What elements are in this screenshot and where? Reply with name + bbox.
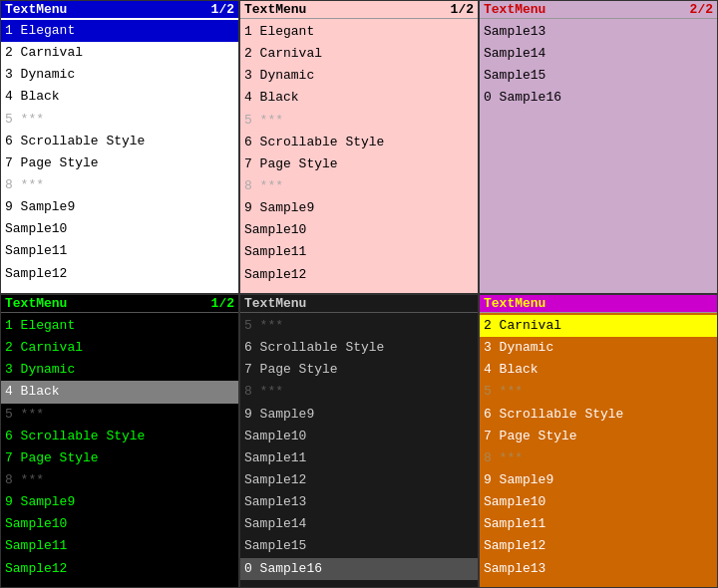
menu-item[interactable]: 2 Carnival [240, 43, 478, 65]
menu-item[interactable]: Sample12 [480, 535, 717, 557]
menu-item[interactable]: Sample11 [1, 535, 238, 557]
menu-item[interactable]: 7 Page Style [1, 152, 238, 174]
menu-item[interactable]: 4 Black [1, 381, 238, 403]
menu-item[interactable]: 9 Sample9 [240, 404, 478, 426]
menu-item[interactable]: Sample10 [1, 218, 238, 240]
menu-item[interactable]: Sample12 [240, 264, 478, 286]
menu-item[interactable]: 5 *** [240, 315, 478, 337]
menu-item[interactable]: Sample14 [480, 43, 717, 65]
menu-item[interactable]: Sample15 [480, 65, 717, 87]
menu-item[interactable]: 4 Black [480, 359, 717, 381]
panel-p3-header: TextMenu2/2 [480, 1, 717, 19]
menu-item[interactable]: 5 *** [240, 110, 478, 132]
panel-p3-body: Sample13 Sample14 Sample150 Sample16 [480, 19, 717, 293]
panel-p4-title: TextMenu [5, 296, 67, 311]
panel-p5-title: TextMenu [244, 296, 306, 311]
menu-item[interactable]: 5 *** [480, 381, 717, 403]
menu-item[interactable]: Sample13 [480, 558, 717, 580]
panel-p1-page: 1/2 [211, 2, 234, 17]
panel-p5-header: TextMenu [240, 295, 478, 313]
panel-p3: TextMenu2/2 Sample13 Sample14 Sample150 … [479, 0, 718, 294]
panel-p4-page: 1/2 [211, 296, 234, 311]
menu-item[interactable]: Sample14 [240, 513, 478, 535]
menu-item[interactable]: 1 Elegant [1, 20, 238, 42]
panel-p4-body: 1 Elegant2 Carnival3 Dynamic4 Black5 ***… [1, 313, 238, 587]
menu-item[interactable]: 5 *** [1, 109, 238, 131]
panel-p5: TextMenu5 ***6 Scrollable Style7 Page St… [239, 294, 479, 588]
menu-item[interactable]: Sample11 [240, 447, 478, 469]
menu-item[interactable]: 9 Sample9 [480, 469, 717, 491]
menu-item[interactable]: 9 Sample9 [1, 196, 238, 218]
menu-item[interactable]: 9 Sample9 [1, 491, 238, 513]
menu-item[interactable]: Sample11 [1, 240, 238, 262]
panel-p4-header: TextMenu1/2 [1, 295, 238, 313]
menu-item[interactable]: 8 *** [240, 381, 478, 403]
menu-item[interactable]: Sample10 [1, 513, 238, 535]
panel-p2-header: TextMenu1/2 [240, 1, 478, 19]
panel-p2: TextMenu1/21 Elegant2 Carnival3 Dynamic4… [239, 0, 479, 294]
menu-item[interactable]: Sample11 [240, 241, 478, 263]
menu-item[interactable]: Sample12 [1, 558, 238, 580]
menu-item[interactable]: 1 Elegant [1, 315, 238, 337]
panel-p1-header: TextMenu1/2 [1, 1, 238, 18]
menu-item[interactable]: Sample12 [240, 469, 478, 491]
panel-p6-body: 2 Carnival3 Dynamic4 Black5 ***6 Scrolla… [480, 313, 717, 587]
panel-p4: TextMenu1/21 Elegant2 Carnival3 Dynamic4… [0, 294, 239, 588]
menu-item[interactable]: 1 Elegant [240, 21, 478, 43]
menu-item[interactable]: 7 Page Style [1, 447, 238, 469]
panel-p6-header: TextMenu [480, 295, 717, 313]
menu-item[interactable]: 6 Scrollable Style [240, 337, 478, 359]
panel-p2-title: TextMenu [244, 2, 306, 17]
menu-item[interactable]: 9 Sample9 [240, 197, 478, 219]
panel-p2-body: 1 Elegant2 Carnival3 Dynamic4 Black5 ***… [240, 19, 478, 293]
menu-item[interactable]: Sample12 [1, 263, 238, 285]
menu-item[interactable]: 3 Dynamic [240, 65, 478, 87]
menu-item[interactable]: 4 Black [240, 87, 478, 109]
panel-p1-title: TextMenu [5, 2, 67, 17]
panel-p2-page: 1/2 [451, 2, 474, 17]
menu-item[interactable]: 8 *** [240, 175, 478, 197]
panel-p5-body: 5 ***6 Scrollable Style7 Page Style8 ***… [240, 313, 478, 587]
menu-item[interactable]: Sample13 [240, 491, 478, 513]
menu-item[interactable]: 5 *** [1, 404, 238, 426]
menu-item[interactable]: Sample10 [240, 426, 478, 447]
menu-item[interactable]: Sample10 [480, 491, 717, 513]
menu-item[interactable]: 8 *** [1, 469, 238, 491]
menu-item[interactable]: 3 Dynamic [1, 359, 238, 381]
panel-p3-title: TextMenu [484, 2, 545, 17]
menu-item[interactable]: 0 Sample16 [480, 87, 717, 109]
menu-item[interactable]: 6 Scrollable Style [1, 131, 238, 152]
menu-item[interactable]: 4 Black [1, 86, 238, 108]
panel-p1: TextMenu1/21 Elegant2 Carnival3 Dynamic4… [0, 0, 239, 294]
menu-item[interactable]: 6 Scrollable Style [1, 426, 238, 447]
menu-item[interactable]: 3 Dynamic [1, 64, 238, 86]
menu-item[interactable]: 3 Dynamic [480, 337, 717, 359]
menu-item[interactable]: 8 *** [1, 174, 238, 196]
menu-item[interactable]: 2 Carnival [1, 42, 238, 64]
menu-item[interactable]: 2 Carnival [480, 315, 717, 337]
menu-item[interactable]: 2 Carnival [1, 337, 238, 359]
menu-item[interactable]: 7 Page Style [240, 153, 478, 175]
panel-p6: TextMenu2 Carnival3 Dynamic4 Black5 ***6… [479, 294, 718, 588]
menu-item[interactable]: Sample11 [480, 513, 717, 535]
panel-p6-title: TextMenu [484, 296, 545, 311]
menu-item[interactable]: Sample15 [240, 535, 478, 557]
menu-item[interactable]: 8 *** [480, 447, 717, 469]
menu-item[interactable]: 6 Scrollable Style [480, 404, 717, 426]
menu-item[interactable]: Sample13 [480, 21, 717, 43]
menu-item[interactable]: 6 Scrollable Style [240, 132, 478, 153]
menu-item[interactable]: 7 Page Style [480, 426, 717, 447]
panel-p3-page: 2/2 [690, 2, 713, 17]
menu-item[interactable]: Sample10 [240, 219, 478, 241]
menu-item[interactable]: 0 Sample16 [240, 558, 478, 580]
main-grid: TextMenu1/21 Elegant2 Carnival3 Dynamic4… [0, 0, 718, 588]
menu-item[interactable]: 7 Page Style [240, 359, 478, 381]
panel-p1-body: 1 Elegant2 Carnival3 Dynamic4 Black5 ***… [1, 18, 238, 293]
